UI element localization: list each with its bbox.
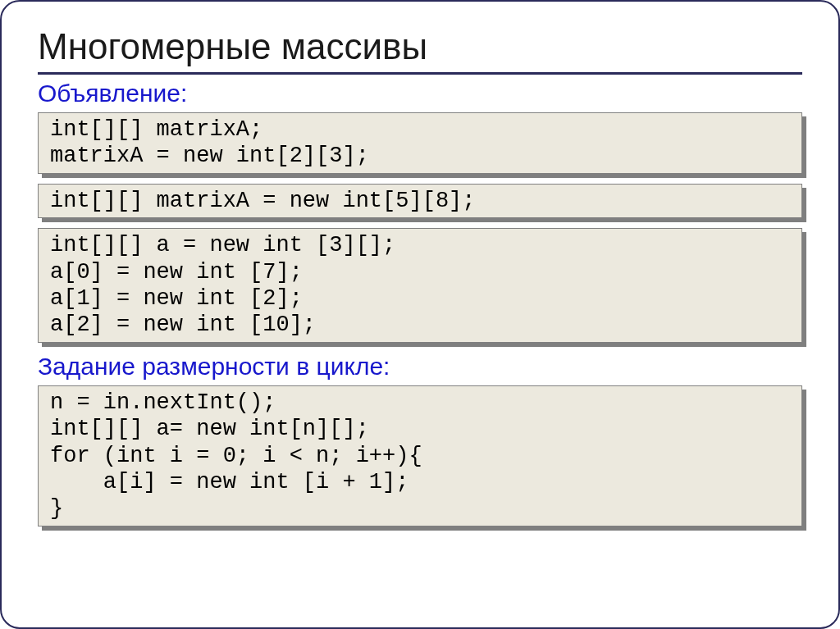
code-box: int[][] matrixA = new int[5][8]; [38,184,802,218]
code-content: n = in.nextInt(); int[][] a= new int[n][… [50,390,790,522]
code-box: n = in.nextInt(); int[][] a= new int[n][… [38,385,802,526]
code-block-1: int[][] matrixA; matrixA = new int[2][3]… [38,112,802,174]
code-block-2: int[][] matrixA = new int[5][8]; [38,184,802,218]
page-title: Многомерные массивы [38,26,802,67]
code-box: int[][] matrixA; matrixA = new int[2][3]… [38,112,802,174]
section-loop-dimension: Задание размерности в цикле: [38,353,802,381]
code-block-4: n = in.nextInt(); int[][] a= new int[n][… [38,385,802,526]
code-block-3: int[][] a = new int [3][]; a[0] = new in… [38,228,802,343]
code-box: int[][] a = new int [3][]; a[0] = new in… [38,228,802,343]
section-declaration: Объявление: [38,80,802,107]
code-content: int[][] matrixA; matrixA = new int[2][3]… [50,116,790,170]
title-underline [38,72,802,75]
code-content: int[][] a = new int [3][]; a[0] = new in… [50,232,790,339]
code-content: int[][] matrixA = new int[5][8]; [50,188,790,214]
slide-container: Многомерные массивы Объявление: int[][] … [0,0,840,629]
